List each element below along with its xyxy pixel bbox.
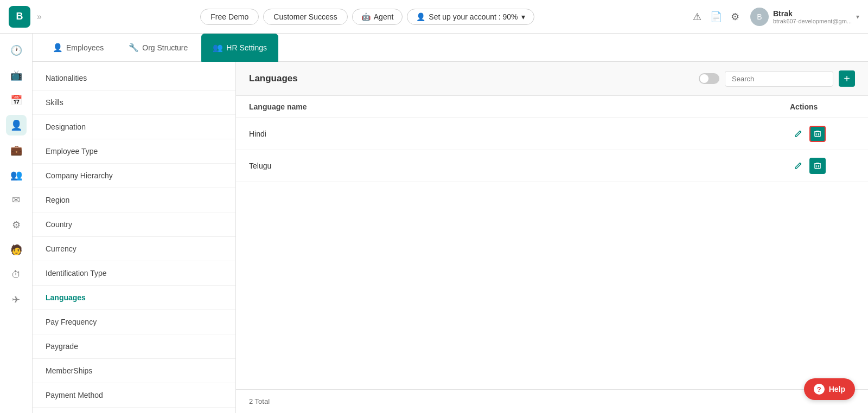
row-language-name: Telugu — [249, 162, 790, 170]
settings-item-country[interactable]: Country — [33, 212, 235, 237]
tab-employees-icon: 👤 — [53, 43, 63, 53]
settings-item-region[interactable]: Region — [33, 188, 235, 212]
nav-arrow: » — [37, 12, 42, 22]
settings-item-languages[interactable]: Languages — [33, 286, 235, 310]
agent-button[interactable]: 🤖 Agent — [352, 9, 403, 25]
sidebar-icon-team[interactable]: 👥 — [6, 165, 27, 185]
sidebar-icons: 🕐 📺 📅 👤 💼 👥 ✉ ⚙ 🧑 ⏱ ✈ — [0, 34, 33, 413]
sidebar-icon-calendar[interactable]: 📅 — [6, 90, 27, 111]
svg-rect-0 — [815, 132, 820, 137]
data-table: Language name Actions Hindi — [236, 96, 868, 389]
panel-header: Languages + — [236, 62, 868, 96]
settings-item-identification-type[interactable]: Identification Type — [33, 261, 235, 286]
user-email: btrak607-development@gm... — [773, 18, 852, 24]
sidebar-icon-person[interactable]: 👤 — [6, 115, 27, 135]
sidebar-icon-tv[interactable]: 📺 — [6, 65, 27, 86]
col-header-actions: Actions — [790, 102, 855, 111]
panel-title: Languages — [249, 73, 298, 84]
setup-button[interactable]: 👤 Set up your account : 90% ▾ — [407, 9, 534, 25]
table-row: Hindi — [236, 118, 868, 150]
total-count: 2 Total — [249, 397, 270, 405]
toggle-switch[interactable] — [699, 73, 719, 84]
setup-icon: 👤 — [416, 12, 425, 21]
settings-item-skills[interactable]: Skills — [33, 91, 235, 115]
edit-button-hindi[interactable] — [790, 126, 806, 142]
settings-item-memberships[interactable]: MemberShips — [33, 359, 235, 383]
topnav-center: Free Demo Customer Success 🤖 Agent 👤 Set… — [53, 9, 682, 25]
svg-rect-1 — [815, 164, 820, 169]
content-area: 👤 Employees 🔧 Org Structure 👥 HR Setting… — [33, 34, 868, 413]
tab-hr-icon: 👥 — [213, 43, 223, 53]
settings-icon[interactable]: ⚙ — [731, 11, 739, 23]
panel-header-right: + — [699, 70, 855, 87]
delete-button-hindi[interactable] — [809, 126, 826, 142]
user-menu[interactable]: B Btrak btrak607-development@gm... ▾ — [750, 8, 859, 26]
split-area: Nationalities Skills Designation Employe… — [33, 62, 868, 413]
help-icon: ? — [814, 384, 825, 395]
table-row: Telugu — [236, 150, 868, 182]
sidebar-icon-user2[interactable]: 🧑 — [6, 240, 27, 260]
document-icon[interactable]: 📄 — [710, 11, 722, 23]
settings-item-payment-method[interactable]: Payment Method — [33, 383, 235, 408]
tab-employees[interactable]: 👤 Employees — [41, 34, 115, 62]
top-navigation: B » Free Demo Customer Success 🤖 Agent 👤… — [0, 0, 868, 34]
sidebar-icon-timer[interactable]: ⏱ — [6, 264, 27, 285]
tab-org-structure[interactable]: 🔧 Org Structure — [117, 34, 199, 62]
sidebar-icon-send[interactable]: ✈ — [6, 289, 27, 310]
username: Btrak — [773, 9, 852, 18]
settings-item-paygrade[interactable]: Paygrade — [33, 334, 235, 359]
row-language-name: Hindi — [249, 130, 790, 138]
customer-success-button[interactable]: Customer Success — [263, 9, 347, 25]
user-chevron-icon: ▾ — [856, 13, 859, 21]
settings-item-nationalities[interactable]: Nationalities — [33, 66, 235, 91]
tab-bar: 👤 Employees 🔧 Org Structure 👥 HR Setting… — [33, 34, 868, 62]
free-demo-button[interactable]: Free Demo — [200, 9, 259, 25]
toggle-knob — [700, 74, 709, 83]
setup-chevron-icon: ▾ — [521, 12, 525, 21]
topnav-icons: ⚠ 📄 ⚙ — [693, 11, 739, 23]
row-actions — [790, 158, 855, 174]
sidebar-icon-gear[interactable]: ⚙ — [6, 215, 27, 235]
col-header-name: Language name — [249, 102, 790, 111]
settings-item-designation[interactable]: Designation — [33, 115, 235, 139]
row-actions — [790, 126, 855, 142]
sidebar-icon-briefcase[interactable]: 💼 — [6, 140, 27, 160]
panel-footer: 2 Total — [236, 389, 868, 413]
agent-icon: 🤖 — [361, 12, 371, 21]
settings-item-reporting-methods[interactable]: Reporting Methods — [33, 408, 235, 413]
help-button[interactable]: ? Help — [804, 378, 855, 400]
add-button[interactable]: + — [839, 70, 855, 87]
right-panel: Languages + Language name Actions — [236, 62, 868, 413]
settings-item-employee-type[interactable]: Employee Type — [33, 139, 235, 164]
table-header: Language name Actions — [236, 96, 868, 118]
settings-item-company-hierarchy[interactable]: Company Hierarchy — [33, 164, 235, 188]
sidebar-icon-mail[interactable]: ✉ — [6, 190, 27, 210]
avatar: B — [750, 8, 769, 26]
alert-icon[interactable]: ⚠ — [693, 11, 701, 23]
edit-button-telugu[interactable] — [790, 158, 806, 174]
sidebar-icon-clock[interactable]: 🕐 — [6, 40, 27, 61]
settings-item-currency[interactable]: Currency — [33, 237, 235, 261]
tab-hr-settings[interactable]: 👥 HR Settings — [201, 34, 278, 62]
settings-menu: Nationalities Skills Designation Employe… — [33, 62, 236, 413]
main-layout: 🕐 📺 📅 👤 💼 👥 ✉ ⚙ 🧑 ⏱ ✈ 👤 Employees 🔧 Org … — [0, 34, 868, 413]
app-logo[interactable]: B — [9, 6, 30, 28]
delete-button-telugu[interactable] — [809, 158, 826, 174]
tab-org-icon: 🔧 — [129, 43, 139, 53]
search-input[interactable] — [725, 71, 833, 87]
settings-item-pay-frequency[interactable]: Pay Frequency — [33, 310, 235, 334]
